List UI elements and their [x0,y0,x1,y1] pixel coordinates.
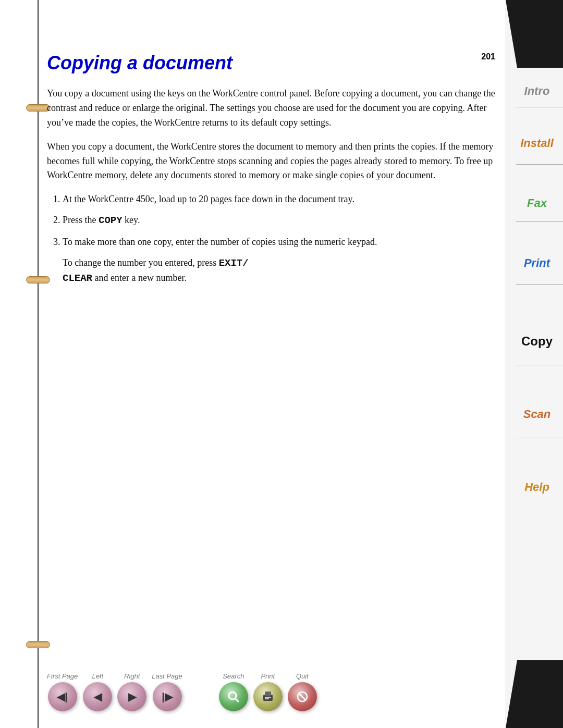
list-item-2-key: COPY [99,215,123,226]
sidebar-black-bottom [506,660,563,728]
numbered-list: At the WorkCentre 450c, load up to 20 pa… [63,192,500,249]
svg-rect-4 [265,698,269,699]
nav-print-group: Print [253,672,283,711]
list-item-3-extra-suffix: and enter a new number. [92,273,187,283]
nav-search-group: Search [219,672,248,711]
nav-right-button[interactable]: ▶ [117,682,146,711]
sidebar-divider-2 [516,164,563,165]
nav-right-group: Right ▶ [117,672,146,711]
svg-point-0 [229,692,236,699]
sidebar-tab-intro[interactable]: Intro [511,76,563,107]
list-item-3: To make more than one copy, enter the nu… [63,235,500,250]
nav-search-label: Search [223,672,244,680]
list-item-2: Press the COPY key. [63,213,500,228]
nav-last-page-label: Last Page [152,672,182,680]
nav-left-label: Left [92,672,103,680]
svg-line-7 [299,694,305,700]
nav-quit-group: Quit [288,672,317,711]
sidebar-divider-4 [516,284,563,285]
print-icon [261,689,275,704]
nav-last-page-group: Last Page |▶ [152,672,182,711]
body-paragraph-2: When you copy a document, the WorkCentre… [47,140,500,183]
nav-print-button[interactable] [253,682,283,711]
sidebar-tab-install[interactable]: Install [511,125,563,162]
svg-rect-5 [265,692,271,696]
nav-left-group: Left ◀ [83,672,112,711]
list-item-1: At the WorkCentre 450c, load up to 20 pa… [63,192,500,207]
sidebar-tab-fax[interactable]: Fax [511,188,563,219]
list-item-3-extra-prefix: To change the number you entered, press [63,257,219,268]
sidebar-tab-copy[interactable]: Copy [511,323,563,360]
nav-first-page-group: First Page ◀| [47,672,78,711]
nav-quit-label: Quit [296,672,309,680]
nav-left-button[interactable]: ◀ [83,682,112,711]
list-item-2-prefix: Press the [63,215,99,225]
svg-line-1 [235,698,239,702]
nav-first-page-label: First Page [47,672,78,680]
sidebar-divider-1 [516,107,563,107]
list-item-3-extra: To change the number you entered, press … [63,256,500,287]
sidebar-tab-print[interactable]: Print [511,245,563,281]
sidebar: Intro Install Fax Print Copy Scan Help [506,0,563,728]
list-item-2-suffix: key. [123,215,140,225]
sidebar-black-top [506,0,563,68]
main-content: Copying a document You copy a document u… [47,52,500,645]
nav-bar: First Page ◀| Left ◀ Right ▶ Last Page |… [0,655,506,728]
sidebar-divider-5 [516,365,563,365]
svg-rect-3 [265,697,271,698]
sidebar-divider-3 [516,221,563,222]
search-icon [226,689,241,704]
nav-right-label: Right [124,672,140,680]
nav-search-button[interactable] [219,682,248,711]
sidebar-tab-help[interactable]: Help [511,469,563,505]
nav-last-page-button[interactable]: |▶ [153,682,182,711]
nav-first-page-button[interactable]: ◀| [48,682,77,711]
page-title: Copying a document [47,52,500,74]
body-paragraph-1: You copy a document using the keys on th… [47,87,500,130]
nav-quit-button[interactable] [288,682,317,711]
sidebar-divider-6 [516,438,563,438]
quit-icon [295,689,310,704]
nav-print-label: Print [261,672,275,680]
sidebar-tab-scan[interactable]: Scan [511,396,563,433]
